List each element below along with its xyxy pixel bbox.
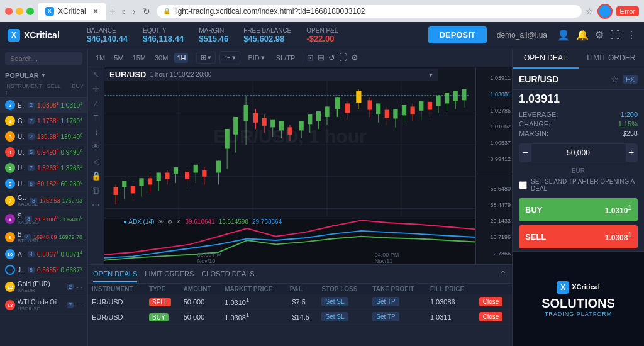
bookmark-btn[interactable]: ☆ [586, 6, 594, 16]
minimize-window-btn[interactable] [16, 8, 23, 15]
cursor-tool[interactable]: ↖ [92, 70, 99, 79]
tf-1h-btn[interactable]: 1H [174, 53, 188, 63]
text-tool[interactable]: T [94, 113, 99, 123]
deal-fill-price: 1.03086 [426, 294, 475, 310]
nav-tool[interactable]: ◁ [93, 157, 99, 166]
list-item[interactable]: J/USD 8 0.66850 0.66879 [0, 262, 87, 278]
tf-30m-btn[interactable]: 30M [152, 53, 170, 63]
tab-open-deal[interactable]: OPEN DEAL [513, 48, 579, 69]
line-tool[interactable]: ∕ [95, 99, 96, 108]
adx-settings-icon[interactable]: ⚙ [167, 219, 172, 225]
amount-input[interactable] [531, 148, 626, 157]
list-item[interactable]: 13 WTI Crude Oil USOIUSD 7 - - [0, 296, 87, 315]
margin-stat: MARGIN $515.46 [199, 27, 228, 43]
deal-close: Close [475, 294, 512, 310]
sell-label: SELL [525, 232, 546, 242]
profile-circle[interactable] [597, 4, 613, 19]
lock-drawing-tool[interactable]: 🔒 [91, 171, 101, 181]
chart-settings-btn[interactable]: ⚙ [351, 53, 358, 62]
notifications-icon-btn[interactable]: 🔔 [576, 29, 589, 41]
list-item[interactable]: 10 AUD/CAD 4 0.88671 0.88714 [0, 247, 87, 262]
trash-tool[interactable]: 🗑 [92, 186, 100, 195]
deposit-button[interactable]: DEPOSIT [428, 26, 487, 43]
list-item[interactable]: 7 Gold (USD) XAUUSD 8 1762.53 1762.93 [0, 192, 87, 210]
fib-tool[interactable]: ⌇ [94, 128, 98, 137]
list-item[interactable]: 8 Silver (USD) XAGUSD 8 21.51000 21.5400… [0, 210, 87, 228]
bid-arrow: ▾ [261, 53, 265, 62]
tab-limit-orders[interactable]: LIMIT ORDERS [145, 266, 194, 282]
screenshot-btn[interactable]: ⊡ [307, 53, 314, 62]
search-input[interactable] [5, 52, 82, 65]
table-row: EUR/USD SELL 50,000 1.03101 -$7.5 Set SL… [88, 294, 512, 310]
new-tab-btn[interactable]: + [110, 6, 116, 17]
set-sl-btn[interactable]: Set SL [321, 297, 348, 306]
list-item[interactable]: 9 Bitcoin BTCUSD 4 16948.09 16979.78 [0, 228, 87, 247]
chart-indicator-btn[interactable]: 〜 ▾ [219, 51, 240, 64]
browser-tab[interactable]: X XCritical ✕ [38, 3, 106, 20]
tf-1m-btn[interactable]: 1M [93, 53, 108, 63]
close-deal-btn[interactable]: Close [479, 312, 503, 321]
list-item[interactable]: 4 USD/CHF 5 0.94936 0.94950 [0, 145, 87, 160]
price-level-3: 1.02786 [477, 108, 511, 114]
settings-icon-btn[interactable]: ⚙ [595, 29, 604, 41]
profile-icon-btn[interactable]: 👤 [557, 29, 570, 41]
forward-btn[interactable]: › [130, 5, 138, 18]
menu-icon-btn[interactable]: ⋮ [626, 29, 636, 41]
popular-section[interactable]: POPULAR ▾ [0, 69, 87, 82]
more-tools-btn[interactable]: ⋯ [92, 200, 100, 209]
adx-eye-icon[interactable]: 👁 [158, 219, 164, 225]
reset-btn[interactable]: ↺ [328, 53, 335, 62]
refresh-btn[interactable]: ↻ [140, 5, 153, 18]
sl-tp-btn[interactable]: SL/TP [272, 53, 299, 63]
tab-limit-order[interactable]: LIMIT ORDER [579, 48, 645, 69]
instrument-name: USD/JPY [18, 133, 25, 140]
set-tp-btn[interactable]: Set TP [372, 297, 399, 306]
address-bar[interactable]: 🔒 light-trading.xcritical.com/index.html… [157, 5, 581, 18]
tf-5m-btn[interactable]: 5M [111, 53, 126, 63]
amount-increase-btn[interactable]: + [626, 144, 638, 162]
svg-rect-54 [316, 111, 321, 121]
open-pnl-label: OPEN P&L [306, 27, 338, 34]
set-sl-btn[interactable]: Set SL [321, 312, 348, 321]
tab-close-btn[interactable]: ✕ [92, 7, 99, 16]
instrument-name: Gold (USD) [18, 194, 27, 201]
list-item[interactable]: 6 USD/RUB 6 60.1820 60.2300 [0, 176, 87, 192]
deals-collapse-btn[interactable]: ⌃ [499, 269, 507, 279]
eye-tool[interactable]: 👁 [92, 142, 100, 152]
bid-btn[interactable]: BID ▾ [244, 52, 268, 63]
set-tp-btn[interactable]: Set TP [372, 312, 399, 321]
sell-button[interactable]: SELL 1.03081 [519, 225, 638, 248]
tab-closed-deals[interactable]: CLOSED DEALS [201, 266, 254, 282]
list-item[interactable]: 3 USD/JPY 2 139.385 139.400 [0, 129, 87, 145]
fx-badge: FX [623, 75, 638, 84]
fullscreen-icon-btn[interactable]: ⛶ [610, 30, 620, 41]
crosshair-tool[interactable]: ✛ [92, 84, 99, 94]
tab-open-deals[interactable]: OPEN DEALS [93, 266, 137, 282]
amount-decrease-btn[interactable]: − [519, 144, 531, 162]
chart-deals-container: 1M 5M 15M 30M 1H ⊞ ▾ 〜 ▾ BID ▾ SL/TP ⊡ [88, 48, 512, 346]
sl-tp-checkbox[interactable] [519, 181, 527, 189]
close-deal-btn[interactable]: Close [479, 297, 503, 306]
lock-icon: 🔒 [163, 8, 170, 14]
instrument-badge: 7 [28, 165, 35, 171]
grid-btn[interactable]: ⊞ [318, 53, 325, 62]
tf-15m-btn[interactable]: 15M [130, 53, 148, 63]
url-text: light-trading.xcritical.com/index.html?t… [174, 7, 365, 16]
back-btn[interactable]: ‹ [119, 5, 128, 18]
pair-dropdown-arrow[interactable]: ▾ [429, 70, 433, 79]
list-item[interactable]: 2 EUR/USD 2 1.03081 1.03101 [0, 98, 87, 113]
price-level-6: 0.99412 [477, 156, 511, 162]
sell-price: 0.94936 [37, 148, 59, 156]
list-item[interactable]: 12 Gold (EUR) XAEUR 2 - - [0, 278, 87, 296]
close-window-btn[interactable] [5, 8, 13, 15]
change-label: CHANGE: [519, 120, 550, 128]
sell-price: 16948.09 [33, 234, 57, 240]
list-item[interactable]: 1 GBP/USD 7 1.17580 1.17604 [0, 113, 87, 129]
list-item[interactable]: 5 USD/CAD 7 1.32636 1.32662 [0, 160, 87, 176]
fullscreen-chart-btn[interactable]: ⛶ [339, 53, 347, 62]
maximize-window-btn[interactable] [26, 8, 34, 15]
buy-button[interactable]: BUY 1.03101 [519, 198, 638, 221]
favorite-star-icon[interactable]: ☆ [611, 74, 619, 84]
adx-x-icon[interactable]: ✕ [176, 219, 181, 225]
chart-type-btn[interactable]: ⊞ ▾ [196, 52, 216, 64]
